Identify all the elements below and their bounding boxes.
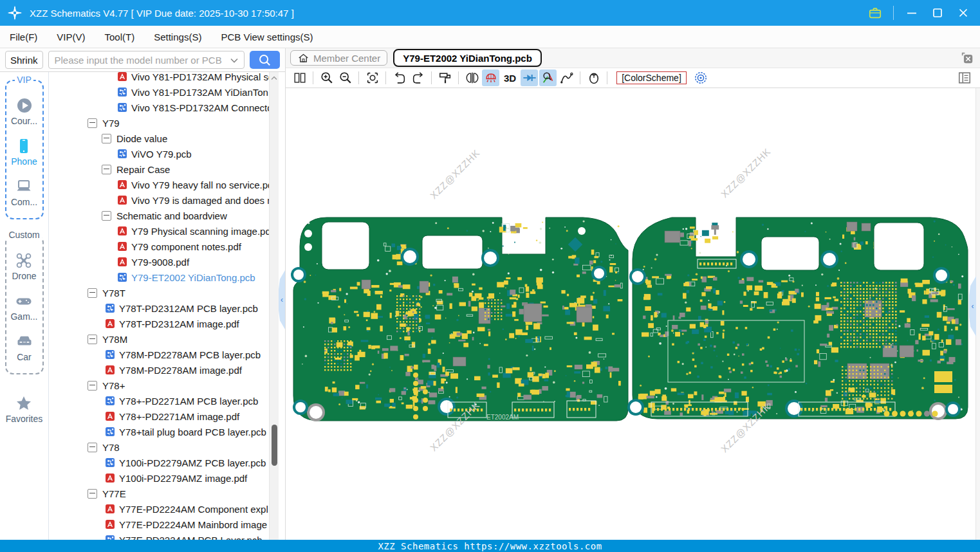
menu-pcb-view-settings[interactable]: PCB View settings(S) bbox=[211, 32, 322, 42]
toolbar-separator bbox=[313, 71, 313, 84]
paint-roller-icon bbox=[438, 71, 452, 85]
tree-item[interactable]: Y77E-PD2224AM Mainbord image bbox=[49, 517, 270, 532]
zoom-out-button[interactable] bbox=[337, 69, 354, 86]
file-tree: Vivo Y81-PD1732AM Physical scVivo Y81-PD… bbox=[49, 72, 270, 540]
diode-icon bbox=[522, 71, 537, 85]
tree-item[interactable]: Vivo Y79 is damaged and does n bbox=[49, 192, 270, 208]
shrink-button[interactable]: Shrink bbox=[5, 51, 43, 69]
toolbar-separator bbox=[607, 71, 607, 84]
tree-group[interactable]: Y78T bbox=[49, 285, 270, 300]
file-tree-panel: Vivo Y81-PD1732AM Physical scVivo Y81-PD… bbox=[49, 72, 285, 540]
search-button[interactable] bbox=[250, 51, 280, 69]
mirror-flip-icon bbox=[465, 71, 479, 85]
split-view-button[interactable] bbox=[291, 69, 308, 86]
3d-view-button[interactable]: 3D bbox=[501, 73, 519, 84]
tree-item[interactable]: Y77E-PD2224AM PCB Layer.pcb bbox=[49, 532, 270, 540]
fit-center-button[interactable] bbox=[364, 69, 381, 86]
collapse-minus-icon[interactable] bbox=[88, 335, 97, 344]
menu-vip[interactable]: VIP(V) bbox=[47, 32, 95, 42]
active-document-tab[interactable]: Y79-ET2002 YiDianTong.pcb bbox=[393, 49, 542, 67]
close-all-tabs-icon[interactable] bbox=[960, 51, 974, 65]
menu-file[interactable]: File(F) bbox=[0, 32, 47, 42]
tree-item[interactable]: Vivo Y81-PD1732AM Physical sc bbox=[49, 72, 270, 84]
pcb-canvas[interactable]: ET2002AM ‹ XZZ@XZZHKXZZ@XZZHKXZZ@XZZHKXZ… bbox=[286, 88, 980, 540]
tree-scrollbar-thumb[interactable] bbox=[272, 425, 277, 466]
sidebar-item-course[interactable]: Cour... bbox=[11, 97, 37, 126]
curve-trace-button[interactable] bbox=[558, 69, 575, 86]
tree-item[interactable]: Y77E-PD2224AM Component expl bbox=[49, 501, 270, 517]
maximize-button[interactable] bbox=[930, 5, 945, 21]
tree-item[interactable]: Y78M-PD2278AM image.pdf bbox=[49, 362, 270, 378]
tree-item-label: Vivo Y79 heavy fall no service.pd bbox=[131, 179, 270, 190]
tree-item[interactable]: ViVO Y79.pcb bbox=[49, 146, 270, 161]
diode-mode-button[interactable] bbox=[521, 69, 538, 86]
sidebar-item-game[interactable]: Gam... bbox=[10, 293, 37, 322]
panel-toggle-button[interactable] bbox=[957, 71, 972, 85]
color-scheme-button[interactable]: [ColorScheme] bbox=[616, 71, 687, 84]
tree-group[interactable]: Schematic and boardview bbox=[49, 208, 270, 223]
zoom-in-button[interactable] bbox=[318, 69, 335, 86]
mirror-flip-button[interactable] bbox=[463, 69, 481, 86]
tree-group[interactable]: Y78+ bbox=[49, 378, 270, 393]
collapse-minus-icon[interactable] bbox=[88, 288, 97, 298]
sidebar-item-phone[interactable]: Phone bbox=[11, 138, 37, 167]
collapse-minus-icon[interactable] bbox=[88, 443, 97, 452]
menu-tool[interactable]: Tool(T) bbox=[95, 32, 145, 42]
tree-group[interactable]: Repair Case bbox=[49, 161, 270, 177]
tree-item[interactable]: Y78+tail plug board PCB layer.pcb bbox=[49, 424, 270, 439]
scroll-up-arrow-icon[interactable] bbox=[270, 74, 279, 83]
tree-item[interactable]: Y79 component notes.pdf bbox=[49, 239, 270, 254]
tree-group[interactable]: Diode value bbox=[49, 131, 270, 146]
tree-group[interactable]: Y78M bbox=[49, 331, 270, 347]
tree-item[interactable]: Y78T-PD2312AM PCB layer.pcb bbox=[49, 300, 270, 316]
tree-group[interactable]: Y78 bbox=[49, 439, 270, 455]
app-window: XZZ Schematics V4.77 [ VIP Due date: 202… bbox=[0, 0, 980, 552]
tree-item[interactable]: Y100i-PD2279AMZ PCB layer.pcb bbox=[49, 455, 270, 470]
collapse-minus-icon[interactable] bbox=[102, 211, 111, 221]
collapse-minus-icon[interactable] bbox=[102, 134, 111, 143]
menu-settings[interactable]: Settings(S) bbox=[144, 32, 211, 42]
mouse-settings-button[interactable] bbox=[585, 69, 602, 86]
rotate-left-button[interactable] bbox=[391, 69, 408, 86]
app-logo-compass-icon bbox=[6, 5, 23, 21]
pcb-file-icon bbox=[117, 149, 127, 159]
tree-item[interactable]: Vivo Y81S-PD1732AM Connecto bbox=[49, 100, 270, 115]
panel-toggle-icon bbox=[957, 71, 972, 85]
paint-roller-button[interactable] bbox=[436, 69, 454, 86]
rotate-right-button[interactable] bbox=[409, 69, 427, 86]
pcb-file-icon bbox=[105, 396, 115, 406]
collapse-left-panel-handle[interactable]: ‹ bbox=[279, 270, 285, 329]
tree-scrollbar[interactable] bbox=[269, 72, 279, 540]
tree-item[interactable]: Vivo Y81-PD1732AM YiDianTon bbox=[49, 84, 270, 100]
sidebar-item-car[interactable]: Car bbox=[16, 333, 33, 362]
search-combobox[interactable]: Please input the model number or PCB bbox=[48, 51, 245, 69]
tree-item[interactable]: Y78+-PD2271AM image.pdf bbox=[49, 409, 270, 424]
sidebar-item-favorites[interactable]: Favorites bbox=[6, 395, 43, 424]
collapse-minus-icon[interactable] bbox=[88, 381, 97, 391]
sidebar-item-computer[interactable]: Com... bbox=[11, 178, 37, 207]
sidebar-item-drone[interactable]: Drone bbox=[12, 252, 36, 281]
tree-item[interactable]: Y78+-PD2271AM PCB layer.pcb bbox=[49, 393, 270, 409]
rotate-left-icon bbox=[393, 71, 407, 85]
collapse-minus-icon[interactable] bbox=[88, 118, 97, 128]
tree-group[interactable]: Y77E bbox=[49, 486, 270, 501]
tree-item[interactable]: Y79-9008.pdf bbox=[49, 254, 270, 270]
tree-item[interactable]: Y78T-PD2312AM image.pdf bbox=[49, 316, 270, 331]
board-silkscreen-label: ET2002AM bbox=[486, 414, 519, 421]
tree-item[interactable]: Vivo Y79 heavy fall no service.pd bbox=[49, 177, 270, 192]
tree-group[interactable]: Y79 bbox=[49, 115, 270, 131]
probe-measure-button[interactable] bbox=[539, 69, 557, 86]
tree-item-label: Repair Case bbox=[116, 164, 170, 175]
member-center-button[interactable]: Member Center bbox=[290, 50, 387, 66]
tree-item[interactable]: Y79 Physical scanning image.pd bbox=[49, 223, 270, 239]
tree-item[interactable]: Y78M-PD2278AM PCB layer.pcb bbox=[49, 347, 270, 362]
visibility-eye-button[interactable] bbox=[692, 69, 710, 86]
pcb-file-icon bbox=[117, 87, 127, 97]
minimize-button[interactable] bbox=[904, 5, 920, 21]
collapse-minus-icon[interactable] bbox=[88, 489, 97, 499]
tree-item[interactable]: Y79-ET2002 YiDianTong.pcb bbox=[49, 270, 270, 285]
close-button[interactable] bbox=[956, 5, 971, 21]
lamp-highlight-button[interactable] bbox=[482, 69, 499, 86]
tree-item[interactable]: Y100i-PD2279AMZ image.pdf bbox=[49, 470, 270, 486]
collapse-minus-icon[interactable] bbox=[102, 165, 111, 174]
